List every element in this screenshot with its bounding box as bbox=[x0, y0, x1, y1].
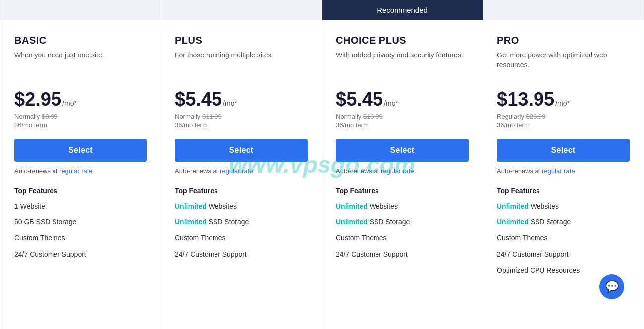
feature-item-basic-0: 1 Website bbox=[14, 202, 147, 211]
plan-body-choice-plus: CHOICE PLUSWith added privacy and securi… bbox=[322, 20, 483, 329]
plan-price-mo-pro: /mo* bbox=[555, 99, 570, 107]
feature-item-plus-2: Custom Themes bbox=[175, 233, 308, 242]
pricing-grid: BASICWhen you need just one site.$2.95/m… bbox=[0, 0, 644, 329]
plan-desc-choice-plus: With added privacy and security features… bbox=[336, 50, 469, 80]
plan-name-pro: PRO bbox=[497, 35, 630, 46]
plan-term-pro: 36/mo term bbox=[497, 121, 630, 129]
plan-price-dollar-basic: $2.95 bbox=[14, 89, 61, 110]
regular-rate-link-choice-plus[interactable]: regular rate bbox=[381, 167, 414, 175]
plan-term-plus: 36/mo term bbox=[175, 121, 308, 129]
feature-item-plus-0: Unlimited Websites bbox=[175, 202, 308, 211]
regular-rate-link-basic[interactable]: regular rate bbox=[59, 167, 92, 175]
plan-normally-plus: Normally $11.99 bbox=[175, 113, 308, 120]
feature-list-plus: Unlimited WebsitesUnlimited SSD StorageC… bbox=[175, 202, 308, 266]
plan-normally-pro: Regularly $26.99 bbox=[497, 113, 630, 120]
feature-item-choice-plus-0: Unlimited Websites bbox=[336, 202, 469, 211]
top-features-label-pro: Top Features bbox=[497, 187, 630, 195]
banner-spacer bbox=[483, 0, 644, 20]
feature-item-pro-0: Unlimited Websites bbox=[497, 202, 630, 211]
select-button-pro[interactable]: Select bbox=[497, 139, 630, 162]
feature-item-basic-1: 50 GB SSD Storage bbox=[14, 218, 147, 226]
select-button-choice-plus[interactable]: Select bbox=[336, 139, 469, 162]
auto-renews-choice-plus: Auto-renews at regular rate bbox=[336, 167, 469, 175]
plan-price-row-plus: $5.45/mo* bbox=[175, 89, 308, 110]
regular-rate-link-plus[interactable]: regular rate bbox=[220, 167, 253, 175]
plan-name-basic: BASIC bbox=[14, 35, 147, 46]
plan-body-pro: PROGet more power with optimized web res… bbox=[483, 20, 644, 329]
auto-renews-basic: Auto-renews at regular rate bbox=[14, 167, 147, 175]
plan-name-choice-plus: CHOICE PLUS bbox=[336, 35, 469, 46]
feature-item-plus-1: Unlimited SSD Storage bbox=[175, 218, 308, 226]
plan-body-plus: PLUSFor those running multiple sites.$5.… bbox=[161, 20, 322, 329]
highlight-word-plus-1: Unlimited bbox=[175, 218, 207, 226]
plan-price-dollar-pro: $13.95 bbox=[497, 89, 554, 110]
highlight-word-pro-0: Unlimited bbox=[497, 202, 529, 210]
feature-item-pro-2: Custom Themes bbox=[497, 233, 630, 242]
plan-price-row-basic: $2.95/mo* bbox=[14, 89, 147, 110]
feature-item-basic-2: Custom Themes bbox=[14, 233, 147, 242]
feature-item-choice-plus-1: Unlimited SSD Storage bbox=[336, 218, 469, 226]
highlight-word-choice-plus-1: Unlimited bbox=[336, 218, 368, 226]
plan-desc-plus: For those running multiple sites. bbox=[175, 50, 308, 80]
top-features-label-choice-plus: Top Features bbox=[336, 187, 469, 195]
auto-renews-pro: Auto-renews at regular rate bbox=[497, 167, 630, 175]
feature-item-pro-3: 24/7 Customer Support bbox=[497, 250, 630, 259]
highlight-word-pro-1: Unlimited bbox=[497, 218, 529, 226]
plan-price-mo-basic: /mo* bbox=[62, 99, 77, 107]
feature-item-pro-1: Unlimited SSD Storage bbox=[497, 218, 630, 226]
highlight-word-choice-plus-0: Unlimited bbox=[336, 202, 368, 210]
feature-item-choice-plus-3: 24/7 Customer Support bbox=[336, 250, 469, 259]
plan-price-mo-plus: /mo* bbox=[223, 99, 237, 107]
feature-item-pro-4: Optimized CPU Resources bbox=[497, 266, 630, 274]
regular-rate-link-pro[interactable]: regular rate bbox=[542, 167, 575, 175]
plan-col-pro: PROGet more power with optimized web res… bbox=[483, 0, 644, 329]
plan-name-plus: PLUS bbox=[175, 35, 308, 46]
plan-price-dollar-choice-plus: $5.45 bbox=[336, 89, 383, 110]
select-button-plus[interactable]: Select bbox=[175, 139, 308, 162]
feature-item-plus-3: 24/7 Customer Support bbox=[175, 250, 308, 259]
feature-list-pro: Unlimited WebsitesUnlimited SSD StorageC… bbox=[497, 202, 630, 281]
plan-desc-pro: Get more power with optimized web resour… bbox=[497, 50, 630, 80]
plan-price-mo-choice-plus: /mo* bbox=[384, 99, 398, 107]
feature-item-basic-3: 24/7 Customer Support bbox=[14, 250, 147, 259]
plan-term-choice-plus: 36/mo term bbox=[336, 121, 469, 129]
plan-normally-choice-plus: Normally $16.99 bbox=[336, 113, 469, 120]
plan-price-row-choice-plus: $5.45/mo* bbox=[336, 89, 469, 110]
banner-spacer bbox=[0, 0, 161, 20]
auto-renews-plus: Auto-renews at regular rate bbox=[175, 167, 308, 175]
plan-normally-basic: Normally $8.99 bbox=[14, 113, 147, 120]
plan-col-choice-plus: RecommendedCHOICE PLUSWith added privacy… bbox=[322, 0, 483, 329]
feature-list-choice-plus: Unlimited WebsitesUnlimited SSD StorageC… bbox=[336, 202, 469, 266]
plan-col-plus: PLUSFor those running multiple sites.$5.… bbox=[161, 0, 322, 329]
plan-body-basic: BASICWhen you need just one site.$2.95/m… bbox=[0, 20, 161, 329]
plan-col-basic: BASICWhen you need just one site.$2.95/m… bbox=[0, 0, 161, 329]
select-button-basic[interactable]: Select bbox=[14, 139, 147, 162]
recommended-banner: Recommended bbox=[322, 0, 483, 20]
plan-price-dollar-plus: $5.45 bbox=[175, 89, 222, 110]
banner-spacer bbox=[161, 0, 322, 20]
highlight-word-plus-0: Unlimited bbox=[175, 202, 207, 210]
top-features-label-plus: Top Features bbox=[175, 187, 308, 195]
plan-price-row-pro: $13.95/mo* bbox=[497, 89, 630, 110]
top-features-label-basic: Top Features bbox=[14, 187, 147, 195]
plan-term-basic: 36/mo term bbox=[14, 121, 147, 129]
feature-list-basic: 1 Website50 GB SSD StorageCustom Themes2… bbox=[14, 202, 147, 266]
plan-desc-basic: When you need just one site. bbox=[14, 50, 147, 80]
feature-item-choice-plus-2: Custom Themes bbox=[336, 233, 469, 242]
